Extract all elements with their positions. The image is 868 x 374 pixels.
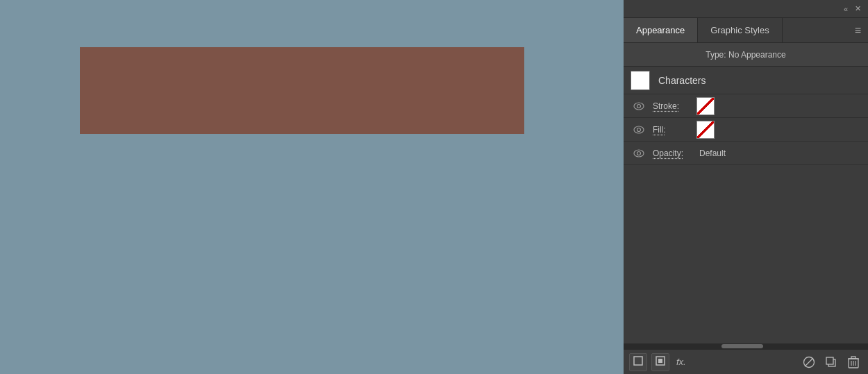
stroke-row: Stroke: xyxy=(624,94,868,118)
eye-icon xyxy=(633,126,644,134)
fill-row: Fill: xyxy=(624,118,868,142)
fill-visibility-button[interactable] xyxy=(631,121,647,138)
canvas-rectangle xyxy=(80,47,524,134)
add-new-stroke-button[interactable] xyxy=(629,353,647,371)
panel-tabs: Appearance Graphic Styles ≡ xyxy=(624,18,868,43)
trash-icon xyxy=(848,356,859,368)
characters-swatch[interactable] xyxy=(631,71,650,90)
svg-point-1 xyxy=(637,104,641,108)
svg-line-10 xyxy=(805,358,813,366)
panel-close-button[interactable]: ✕ xyxy=(853,4,862,13)
svg-rect-15 xyxy=(851,357,856,359)
stroke-swatch[interactable] xyxy=(696,97,715,115)
panel-titlebar: « ✕ xyxy=(624,0,868,18)
svg-point-0 xyxy=(634,103,644,110)
panel-content: Type: No Appearance Characters Stroke: xyxy=(624,43,868,374)
svg-point-5 xyxy=(637,151,641,155)
delete-item-button[interactable] xyxy=(844,353,862,371)
clear-appearance-button[interactable] xyxy=(800,353,818,371)
duplicate-icon xyxy=(825,356,837,368)
svg-point-2 xyxy=(634,126,644,133)
panel-collapse-button[interactable]: « xyxy=(842,5,849,13)
opacity-value: Default xyxy=(699,148,726,158)
svg-point-3 xyxy=(637,128,641,131)
fill-label: Fill: xyxy=(653,125,691,135)
eye-icon xyxy=(633,102,644,110)
duplicate-item-button[interactable] xyxy=(822,353,840,371)
characters-row[interactable]: Characters xyxy=(624,67,868,94)
square-icon xyxy=(633,356,643,368)
panel-footer: fx. xyxy=(624,349,868,374)
appearance-panel: « ✕ Appearance Graphic Styles ≡ Type: No… xyxy=(624,0,868,374)
type-row: Type: No Appearance xyxy=(624,43,868,67)
menu-icon: ≡ xyxy=(855,24,861,37)
scrollbar-thumb[interactable] xyxy=(721,344,763,348)
opacity-label: Opacity: xyxy=(653,148,691,158)
panel-spacer xyxy=(624,165,868,343)
tab-graphic-styles[interactable]: Graphic Styles xyxy=(698,18,783,42)
add-new-fill-button[interactable] xyxy=(651,353,669,371)
opacity-row: Opacity: Default xyxy=(624,142,868,165)
panel-scrollbar[interactable] xyxy=(624,343,868,349)
opacity-visibility-button[interactable] xyxy=(631,145,647,162)
panel-menu-button[interactable]: ≡ xyxy=(848,18,868,42)
type-label: Type: No Appearance xyxy=(706,50,785,60)
stroke-label: Stroke: xyxy=(653,101,691,111)
svg-point-4 xyxy=(634,150,644,157)
svg-rect-6 xyxy=(634,357,642,365)
svg-rect-12 xyxy=(826,357,833,364)
eye-icon xyxy=(633,149,644,158)
stroke-visibility-button[interactable] xyxy=(631,98,647,114)
svg-rect-8 xyxy=(658,359,662,363)
characters-label: Characters xyxy=(658,75,706,86)
tab-graphic-styles-label: Graphic Styles xyxy=(710,25,769,35)
tab-appearance-label: Appearance xyxy=(636,25,685,35)
canvas-area xyxy=(0,0,569,374)
tab-appearance[interactable]: Appearance xyxy=(624,18,698,42)
no-icon xyxy=(803,356,815,368)
filled-square-icon xyxy=(656,356,665,368)
fill-swatch[interactable] xyxy=(696,121,715,139)
fx-button[interactable]: fx. xyxy=(676,357,686,367)
